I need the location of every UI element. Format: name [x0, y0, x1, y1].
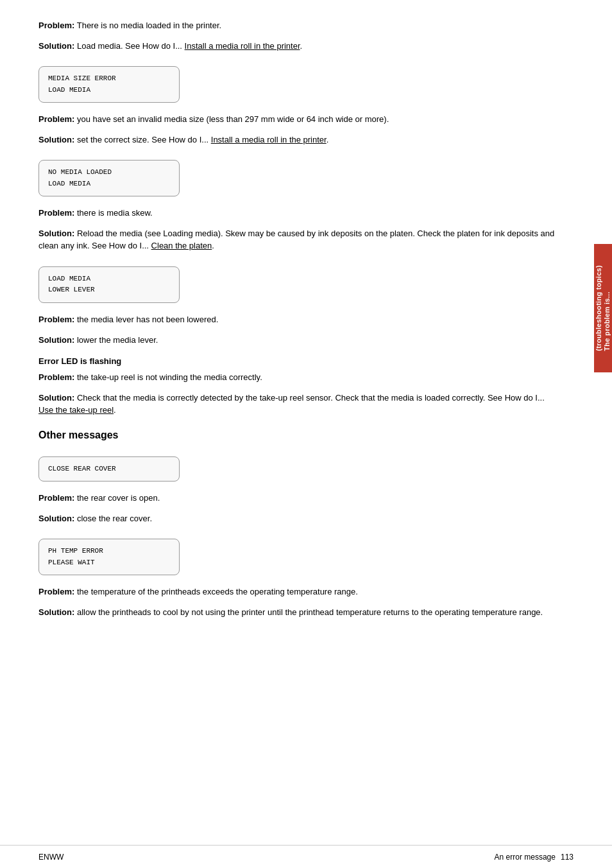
problem-label-1: Problem: — [38, 21, 74, 30]
other2-solution: Solution: allow the printheads to cool b… — [38, 606, 561, 619]
display-line-1-1: MEDIA SIZE ERROR — [48, 73, 170, 85]
display-line-other-2-1: PH TEMP ERROR — [48, 546, 170, 557]
footer-right: An error message 113 — [495, 853, 574, 862]
section3-solution: Solution: Reload the media (see Loading … — [38, 227, 561, 252]
solution-label-other1: Solution: — [38, 514, 74, 523]
display-box-3: LOAD MEDIA LOWER LEVER — [38, 266, 180, 303]
solution-period-3: . — [212, 241, 214, 250]
solution-label-2: Solution: — [38, 135, 74, 144]
problem-text-other1: the rear cover is open. — [74, 493, 160, 503]
solution-text-other2: allow the printheads to cool by not usin… — [74, 607, 543, 617]
problem-text-1: There is no media loaded in the printer. — [74, 21, 221, 30]
page: Problem: There is no media loaded in the… — [0, 0, 612, 868]
other1-solution: Solution: close the rear cover. — [38, 512, 561, 525]
display-line-3-1: LOAD MEDIA — [48, 273, 170, 285]
section4-solution: Solution: lower the media lever. — [38, 334, 561, 347]
footer: ENWW An error message 113 — [0, 845, 612, 868]
solution-link-5[interactable]: Use the take-up reel — [38, 405, 114, 415]
problem-label-3: Problem: — [38, 208, 74, 218]
problem-label-2: Problem: — [38, 114, 74, 124]
display-line-other-1-1: CLOSE REAR COVER — [48, 464, 170, 475]
solution-text-1: Load media. See How do I... — [74, 41, 184, 51]
solution-label-other2: Solution: — [38, 607, 74, 617]
section5-solution: Solution: Check that the media is correc… — [38, 392, 561, 417]
solution-label-3: Solution: — [38, 229, 74, 238]
display-line-other-2-2: PLEASE WAIT — [48, 557, 170, 569]
sidebar-tab-text: The problem is...(troubleshooting topics… — [595, 265, 611, 351]
other1-problem: Problem: the rear cover is open. — [38, 492, 561, 505]
display-box-other-1: CLOSE REAR COVER — [38, 456, 180, 482]
solution-link-1[interactable]: Install a media roll in the printer — [185, 41, 300, 51]
problem-label-5: Problem: — [38, 372, 74, 382]
footer-page-number: 113 — [561, 853, 574, 862]
display-box-1: MEDIA SIZE ERROR LOAD MEDIA — [38, 66, 180, 103]
solution-label-1: Solution: — [38, 41, 74, 51]
main-content: Problem: There is no media loaded in the… — [38, 19, 561, 664]
section3-problem: Problem: there is media skew. — [38, 207, 561, 220]
error-led-heading: Error LED is flashing — [38, 356, 561, 366]
problem-text-5: the take-up reel is not winding the medi… — [74, 372, 262, 382]
other-messages-heading: Other messages — [38, 430, 561, 441]
problem-text-4: the media lever has not been lowered. — [74, 315, 218, 324]
problem-text-3: there is media skew. — [74, 208, 152, 218]
section4-problem: Problem: the media lever has not been lo… — [38, 313, 561, 326]
section1-problem: Problem: There is no media loaded in the… — [38, 19, 561, 32]
problem-text-2: you have set an invalid media size (less… — [74, 114, 389, 124]
sidebar-tab: The problem is...(troubleshooting topics… — [594, 244, 612, 372]
solution-text-3: Reload the media (see Loading media). Sk… — [38, 229, 554, 251]
problem-text-other2: the temperature of the printheads exceed… — [74, 587, 358, 596]
footer-label: An error message — [495, 853, 556, 862]
problem-label-4: Problem: — [38, 315, 74, 324]
display-line-1-2: LOAD MEDIA — [48, 85, 170, 96]
display-line-2-1: NO MEDIA LOADED — [48, 167, 170, 178]
footer-left: ENWW — [38, 853, 64, 862]
solution-link-3[interactable]: Clean the platen — [151, 241, 212, 250]
solution-text-5: Check that the media is correctly detect… — [74, 393, 544, 403]
problem-label-other1: Problem: — [38, 493, 74, 503]
section2-solution: Solution: set the correct size. See How … — [38, 134, 561, 146]
solution-text-2: set the correct size. See How do I... — [74, 135, 210, 144]
solution-period-5: . — [114, 405, 116, 415]
display-box-2: NO MEDIA LOADED LOAD MEDIA — [38, 160, 180, 196]
solution-period-1: . — [300, 41, 303, 51]
solution-link-2[interactable]: Install a media roll in the printer — [211, 135, 327, 144]
problem-label-other2: Problem: — [38, 587, 74, 596]
other2-problem: Problem: the temperature of the printhea… — [38, 586, 561, 598]
display-box-other-2: PH TEMP ERROR PLEASE WAIT — [38, 539, 180, 575]
solution-period-2: . — [327, 135, 329, 144]
solution-text-4: lower the media lever. — [74, 335, 158, 345]
solution-label-4: Solution: — [38, 335, 74, 345]
section1-solution: Solution: Load media. See How do I... In… — [38, 40, 561, 53]
solution-label-5: Solution: — [38, 393, 74, 403]
section2-problem: Problem: you have set an invalid media s… — [38, 113, 561, 126]
solution-text-other1: close the rear cover. — [74, 514, 152, 523]
display-line-3-2: LOWER LEVER — [48, 284, 170, 296]
display-line-2-2: LOAD MEDIA — [48, 178, 170, 190]
section5-problem: Problem: the take-up reel is not winding… — [38, 371, 561, 384]
